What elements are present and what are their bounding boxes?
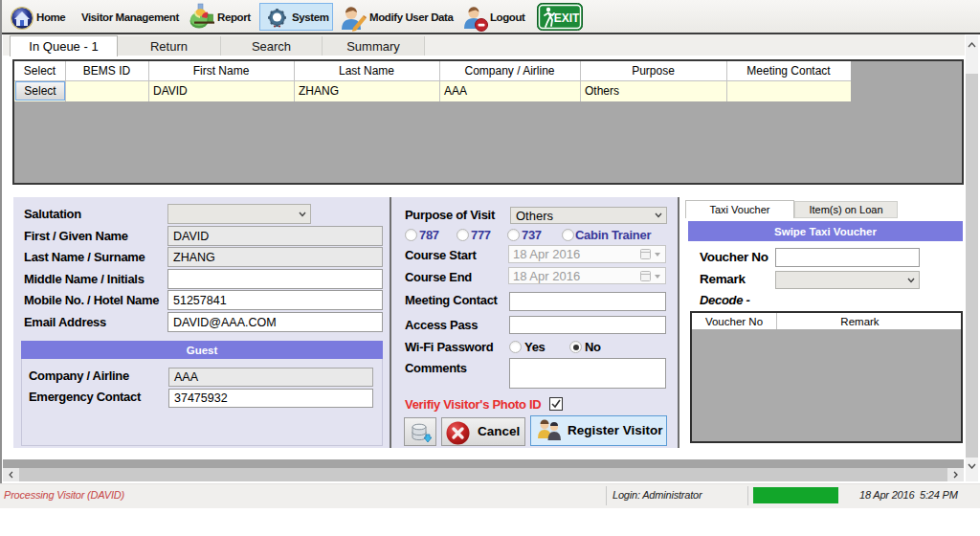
svg-text:EXIT: EXIT [554,11,580,25]
